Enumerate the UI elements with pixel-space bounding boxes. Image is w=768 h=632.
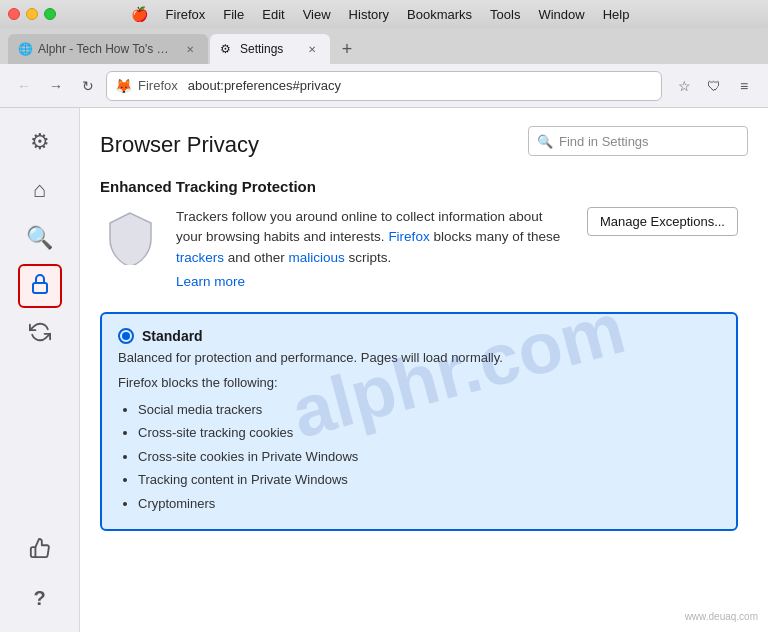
search-settings-icon: 🔍 — [537, 134, 553, 149]
manage-exceptions-button[interactable]: Manage Exceptions... — [587, 207, 738, 236]
tab-alphr-title: Alphr - Tech How To's & Guides — [38, 42, 176, 56]
watermark-attribution: www.deuaq.com — [685, 611, 758, 622]
sidebar-item-help[interactable]: ? — [18, 576, 62, 620]
blocks-list: Social media trackers Cross-site trackin… — [118, 398, 720, 515]
feedback-icon — [29, 537, 51, 564]
tab-alphr[interactable]: 🌐 Alphr - Tech How To's & Guides ✕ — [8, 34, 208, 64]
tab-settings-title: Settings — [240, 42, 298, 56]
tab-settings[interactable]: ⚙ Settings ✕ — [210, 34, 330, 64]
minimize-button[interactable] — [26, 8, 38, 20]
settings-search[interactable]: 🔍 Find in Settings — [528, 126, 748, 156]
sidebar-item-privacy[interactable] — [18, 264, 62, 308]
etp-description: Trackers follow you around online to col… — [176, 207, 571, 292]
standard-radio-label[interactable]: Standard — [118, 328, 720, 344]
standard-option-box[interactable]: Standard Balanced for protection and per… — [100, 312, 738, 531]
reload-button[interactable]: ↻ — [74, 72, 102, 100]
etp-desc-text: Trackers follow you around online to col… — [176, 209, 560, 265]
sidebar-item-feedback[interactable] — [18, 528, 62, 572]
shield-icon — [102, 209, 158, 265]
standard-label-text: Standard — [142, 328, 203, 344]
address-text: about:preferences#privacy — [188, 78, 653, 93]
menu-help[interactable]: Help — [595, 5, 638, 24]
radio-dot — [122, 332, 130, 340]
menu-view[interactable]: View — [295, 5, 339, 24]
home-icon: ⌂ — [33, 177, 46, 203]
shield-button[interactable]: 🛡 — [700, 72, 728, 100]
sidebar-item-search[interactable]: 🔍 — [18, 216, 62, 260]
sidebar-item-home[interactable]: ⌂ — [18, 168, 62, 212]
firefox-label: Firefox — [138, 78, 178, 93]
standard-description: Balanced for protection and performance.… — [118, 350, 720, 365]
firefox-logo-icon: 🦊 — [115, 78, 132, 94]
tab-settings-close[interactable]: ✕ — [304, 41, 320, 57]
menu-file[interactable]: File — [215, 5, 252, 24]
toolbar: ← → ↻ 🦊 Firefox about:preferences#privac… — [0, 64, 768, 108]
search-placeholder: Find in Settings — [559, 134, 649, 149]
close-button[interactable] — [8, 8, 20, 20]
tab-alphr-favicon: 🌐 — [18, 42, 32, 56]
list-item: Cross-site cookies in Private Windows — [138, 445, 720, 468]
back-button[interactable]: ← — [10, 72, 38, 100]
menu-bookmarks[interactable]: Bookmarks — [399, 5, 480, 24]
main-content: 🔍 Find in Settings Browser Privacy Enhan… — [80, 108, 768, 632]
apple-menu[interactable]: 🍎 — [131, 6, 148, 22]
standard-radio-button[interactable] — [118, 328, 134, 344]
list-item: Cross-site tracking cookies — [138, 421, 720, 444]
tab-settings-favicon: ⚙ — [220, 42, 234, 56]
menu-window[interactable]: Window — [530, 5, 592, 24]
etp-title: Enhanced Tracking Protection — [100, 178, 738, 195]
titlebar: 🍎 Firefox File Edit View History Bookmar… — [0, 0, 768, 28]
sidebar-item-sync[interactable] — [18, 312, 62, 356]
forward-button[interactable]: → — [42, 72, 70, 100]
lock-icon — [28, 272, 52, 301]
learn-more-link[interactable]: Learn more — [176, 272, 571, 292]
menu-button[interactable]: ≡ — [730, 72, 758, 100]
firefox-link[interactable]: Firefox — [388, 229, 429, 244]
address-bar[interactable]: 🦊 Firefox about:preferences#privacy — [106, 71, 662, 101]
help-icon: ? — [33, 587, 45, 610]
menu-history[interactable]: History — [341, 5, 397, 24]
menubar: 🍎 Firefox File Edit View History Bookmar… — [131, 5, 638, 24]
etp-section: Trackers follow you around online to col… — [100, 207, 738, 292]
search-icon: 🔍 — [26, 225, 53, 251]
toolbar-actions: ☆ 🛡 ≡ — [670, 72, 758, 100]
gear-icon: ⚙ — [30, 129, 50, 155]
menu-firefox[interactable]: Firefox — [158, 5, 214, 24]
list-item: Cryptominers — [138, 492, 720, 515]
trackers-link[interactable]: trackers — [176, 250, 224, 265]
new-tab-button[interactable]: + — [332, 34, 362, 64]
svg-rect-0 — [33, 283, 47, 293]
sync-icon — [29, 321, 51, 348]
menu-edit[interactable]: Edit — [254, 5, 292, 24]
shield-icon-container — [100, 207, 160, 267]
menu-tools[interactable]: Tools — [482, 5, 528, 24]
bookmark-button[interactable]: ☆ — [670, 72, 698, 100]
sidebar-item-settings[interactable]: ⚙ — [18, 120, 62, 164]
fullscreen-button[interactable] — [44, 8, 56, 20]
list-item: Social media trackers — [138, 398, 720, 421]
malicious-link[interactable]: malicious — [289, 250, 345, 265]
browser-body: ⚙ ⌂ 🔍 — [0, 108, 768, 632]
list-item: Tracking content in Private Windows — [138, 468, 720, 491]
traffic-lights — [8, 8, 56, 20]
tabbar: 🌐 Alphr - Tech How To's & Guides ✕ ⚙ Set… — [0, 28, 768, 64]
blocks-label: Firefox blocks the following: — [118, 375, 720, 390]
sidebar: ⚙ ⌂ 🔍 — [0, 108, 80, 632]
tab-alphr-close[interactable]: ✕ — [182, 41, 198, 57]
